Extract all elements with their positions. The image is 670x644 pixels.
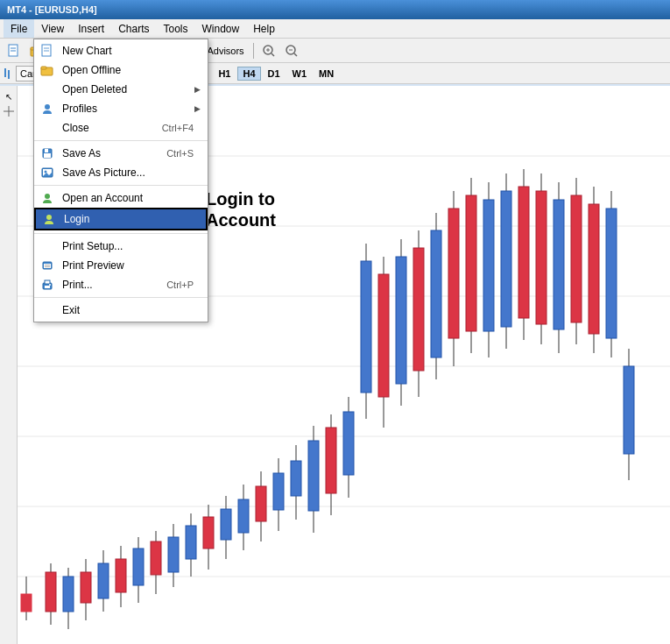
title-text: MT4 - [EURUSD,H4] — [7, 4, 97, 15]
svg-rect-81 — [466, 195, 476, 331]
toolbar-sep3 — [253, 43, 254, 59]
svg-rect-77 — [431, 230, 441, 357]
svg-rect-20 — [4, 68, 6, 77]
svg-rect-39 — [98, 563, 109, 598]
menu-item-open-account[interactable]: Open an Account — [34, 188, 208, 208]
svg-rect-71 — [378, 274, 389, 397]
login-annotation: Login to Account — [206, 188, 276, 230]
menu-item-save-as-picture[interactable]: Save As Picture... — [34, 163, 208, 182]
save-picture-icon — [39, 166, 55, 180]
save-as-shortcut: Ctrl+S — [166, 148, 197, 159]
menu-file[interactable]: File — [4, 19, 34, 38]
menu-item-profiles[interactable]: Profiles — [34, 99, 208, 118]
toolbar-new[interactable] — [4, 41, 25, 60]
svg-rect-45 — [151, 541, 161, 575]
menu-tools[interactable]: Tools — [157, 19, 195, 38]
open-offline-icon — [39, 63, 55, 77]
svg-rect-55 — [238, 499, 249, 533]
svg-rect-33 — [46, 572, 56, 612]
svg-rect-107 — [45, 149, 48, 152]
menu-help[interactable]: Help — [246, 19, 282, 38]
svg-rect-121 — [45, 286, 50, 288]
new-chart-icon — [39, 44, 55, 58]
svg-rect-63 — [308, 441, 319, 511]
svg-rect-35 — [63, 577, 74, 612]
svg-rect-51 — [203, 517, 214, 548]
svg-rect-47 — [168, 537, 179, 572]
svg-rect-104 — [41, 67, 46, 69]
svg-rect-85 — [501, 191, 511, 327]
toolbar-zoom-out[interactable] — [281, 41, 302, 60]
svg-rect-21 — [8, 70, 10, 79]
svg-rect-73 — [396, 257, 406, 384]
menu-item-print-setup[interactable]: Print Setup... — [34, 237, 208, 256]
left-tool-arrow[interactable]: ↖ — [2, 89, 16, 103]
login-line2: Account — [206, 209, 276, 230]
svg-rect-61 — [291, 461, 301, 496]
menu-item-print[interactable]: Print... Ctrl+P — [34, 275, 208, 294]
svg-rect-53 — [221, 509, 231, 540]
tf-d1[interactable]: D1 — [263, 67, 286, 81]
menu-insert[interactable]: Insert — [71, 19, 111, 38]
menu-view[interactable]: View — [34, 19, 71, 38]
svg-rect-116 — [44, 264, 51, 268]
svg-point-105 — [45, 104, 50, 110]
menu-item-login[interactable]: Login — [34, 208, 208, 230]
tf-mn[interactable]: MN — [314, 67, 339, 81]
print-preview-label: Print Preview — [62, 259, 124, 272]
print-setup-icon — [39, 239, 55, 253]
svg-rect-65 — [326, 428, 336, 493]
svg-rect-95 — [589, 204, 599, 334]
tf-w1[interactable]: W1 — [287, 67, 313, 81]
menu-item-open-offline[interactable]: Open Offline — [34, 60, 208, 80]
svg-rect-108 — [44, 153, 51, 158]
profiles-label: Profiles — [62, 103, 97, 115]
svg-rect-117 — [45, 265, 50, 265]
svg-rect-93 — [571, 195, 582, 322]
save-as-picture-label: Save As Picture... — [62, 166, 145, 179]
svg-rect-87 — [518, 187, 529, 318]
svg-rect-83 — [483, 200, 494, 331]
open-account-label: Open an Account — [62, 192, 143, 204]
svg-rect-41 — [116, 559, 126, 592]
file-dropdown-menu: New Chart Open Offline Open Deleted Prof… — [33, 39, 208, 322]
exit-label: Exit — [62, 304, 80, 316]
menu-charts[interactable]: Charts — [111, 19, 156, 38]
print-icon — [39, 278, 55, 292]
menu-item-close[interactable]: Close Ctrl+F4 — [34, 118, 208, 138]
svg-rect-31 — [21, 594, 32, 612]
print-shortcut: Ctrl+P — [166, 280, 197, 290]
menu-item-open-deleted[interactable]: Open Deleted — [34, 80, 208, 99]
left-toolbar: ↖ — [0, 86, 18, 644]
svg-line-14 — [272, 53, 274, 56]
profiles-icon — [39, 102, 55, 116]
svg-rect-118 — [45, 266, 50, 267]
menu-item-save-as[interactable]: Save As Ctrl+S — [34, 144, 208, 163]
svg-point-114 — [46, 215, 52, 220]
left-tool-cross[interactable] — [2, 105, 16, 119]
menu-item-print-preview[interactable]: Print Preview — [34, 256, 208, 275]
svg-point-122 — [49, 284, 51, 286]
toolbar-zoom-in[interactable] — [258, 41, 279, 60]
print-label: Print... — [62, 279, 93, 291]
open-account-icon — [39, 191, 55, 205]
tf-h1[interactable]: H1 — [213, 67, 236, 81]
tf-h4[interactable]: H4 — [237, 67, 260, 81]
svg-rect-79 — [448, 209, 459, 338]
svg-line-18 — [294, 53, 297, 56]
svg-rect-75 — [413, 248, 424, 371]
svg-rect-57 — [256, 486, 266, 521]
login-label: Login — [64, 213, 89, 225]
menu-sep3 — [34, 233, 208, 234]
svg-rect-49 — [186, 526, 196, 559]
svg-rect-97 — [606, 209, 617, 338]
menu-item-new-chart[interactable]: New Chart — [34, 41, 208, 60]
menu-bar: File View Insert Charts Tools Window Hel… — [0, 19, 670, 39]
save-as-label: Save As — [62, 147, 101, 159]
svg-rect-69 — [361, 261, 371, 393]
svg-rect-67 — [343, 412, 354, 475]
menu-item-exit[interactable]: Exit — [34, 301, 208, 320]
open-offline-label: Open Offline — [62, 64, 121, 76]
svg-rect-100 — [42, 45, 51, 56]
menu-window[interactable]: Window — [195, 19, 247, 38]
